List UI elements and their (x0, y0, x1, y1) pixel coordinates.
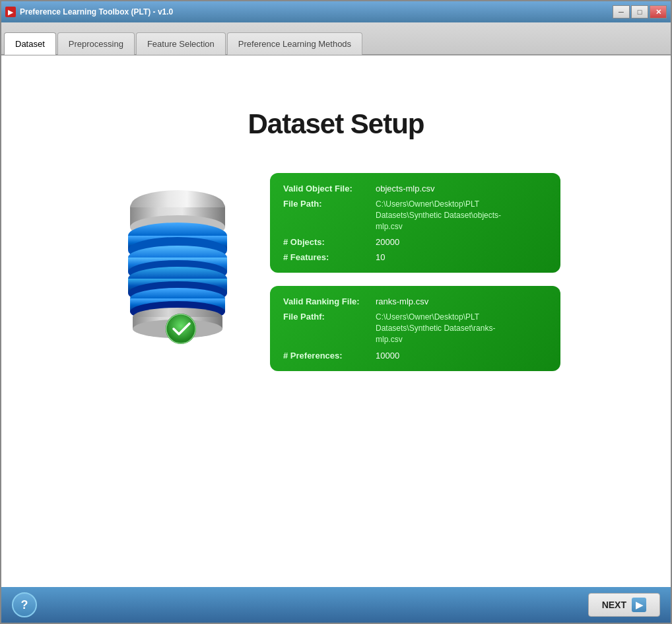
preferences-label: # Preferences: (283, 351, 376, 361)
objects-label: # Objects: (283, 237, 376, 247)
objects-row: # Objects: 20000 (283, 237, 547, 247)
valid-object-file-label: Valid Object File: (283, 184, 376, 193)
database-svg (115, 180, 240, 345)
preferences-row: # Preferences: 10000 (283, 351, 547, 361)
tab-preference-learning-methods[interactable]: Preference Learning Methods (227, 32, 362, 55)
features-value: 10 (376, 252, 385, 262)
help-button[interactable]: ? (12, 592, 37, 617)
valid-object-file-value: objects-mlp.csv (376, 184, 435, 193)
file-path-value: C:\Users\Owner\Desktop\PLT Datasets\Synt… (376, 199, 508, 232)
main-window: ▶ Preference Learning Toolbox (PLT) - v1… (0, 0, 672, 624)
object-file-panel: Valid Object File: objects-mlp.csv File … (270, 173, 560, 273)
ranking-file-panel: Valid Ranking File: ranks-mlp.csv File P… (270, 286, 560, 370)
close-button[interactable]: ✕ (650, 5, 667, 18)
file-pathf-value: C:\Users\Owner\Desktop\PLT Datasets\Synt… (376, 312, 508, 345)
tab-dataset[interactable]: Dataset (4, 32, 56, 55)
tab-feature-selection[interactable]: Feature Selection (136, 32, 226, 55)
features-label: # Features: (283, 252, 376, 262)
main-area: Valid Object File: objects-mlp.csv File … (112, 173, 560, 371)
title-bar-buttons: ─ □ ✕ (613, 5, 667, 18)
objects-value: 20000 (376, 237, 399, 247)
app-icon: ▶ (5, 7, 16, 17)
title-bar-left: ▶ Preference Learning Toolbox (PLT) - v1… (5, 7, 173, 17)
file-path-row: File Path: C:\Users\Owner\Desktop\PLT Da… (283, 199, 547, 232)
window-title: Preference Learning Toolbox (PLT) - v1.0 (20, 7, 173, 17)
file-pathf-label: File Pathf: (283, 312, 376, 322)
file-path-label: File Path: (283, 199, 376, 209)
valid-ranking-file-label: Valid Ranking File: (283, 296, 376, 306)
file-pathf-row: File Pathf: C:\Users\Owner\Desktop\PLT D… (283, 312, 547, 345)
preferences-value: 10000 (376, 351, 399, 361)
next-button[interactable]: NEXT ▶ (588, 593, 660, 617)
bottom-bar: ? NEXT ▶ (1, 587, 671, 623)
database-icon (112, 173, 244, 345)
maximize-button[interactable]: □ (631, 5, 648, 18)
tab-bar: Dataset Preprocessing Feature Selection … (1, 22, 671, 55)
valid-ranking-file-row: Valid Ranking File: ranks-mlp.csv (283, 296, 547, 306)
valid-object-file-row: Valid Object File: objects-mlp.csv (283, 184, 547, 193)
next-label: NEXT (602, 600, 626, 610)
title-bar: ▶ Preference Learning Toolbox (PLT) - v1… (1, 1, 671, 22)
minimize-button[interactable]: ─ (613, 5, 630, 18)
valid-ranking-file-value: ranks-mlp.csv (376, 296, 428, 306)
content-area: Dataset Setup (1, 55, 671, 587)
tab-preprocessing[interactable]: Preprocessing (57, 32, 135, 55)
page-title: Dataset Setup (248, 108, 424, 140)
panels-area: Valid Object File: objects-mlp.csv File … (270, 173, 560, 371)
next-arrow-icon: ▶ (632, 598, 646, 612)
features-row: # Features: 10 (283, 252, 547, 262)
